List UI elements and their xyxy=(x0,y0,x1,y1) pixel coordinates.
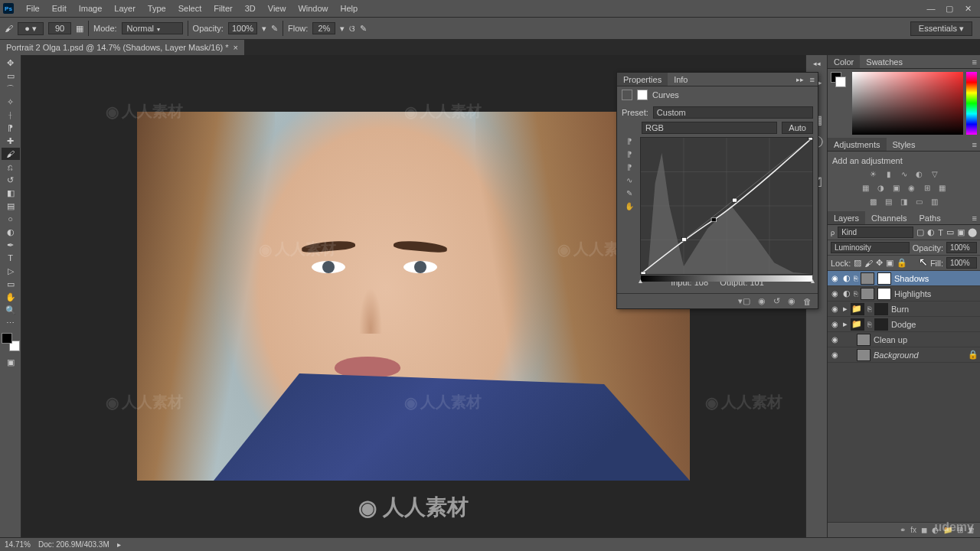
menu-type[interactable]: Type xyxy=(142,0,172,17)
layer-mask-thumb[interactable] xyxy=(877,272,891,285)
layer-mask-icon[interactable]: ◼ xyxy=(921,526,927,534)
layer-shadows[interactable]: ◉ ◐⎘ Shadows xyxy=(828,271,980,286)
layer-cleanup[interactable]: ◉ Clean up xyxy=(828,332,980,347)
menu-help[interactable]: Help xyxy=(335,0,364,17)
history-brush-tool[interactable]: ↺ xyxy=(2,174,20,186)
visibility-icon[interactable]: ◉ xyxy=(829,274,840,282)
doc-size[interactable]: Doc: 206.9M/403.3M xyxy=(38,540,109,549)
menu-file[interactable]: File xyxy=(20,0,46,17)
styles-tab[interactable]: Styles xyxy=(887,138,922,151)
layer-blend-mode[interactable]: Luminosity xyxy=(831,242,910,253)
visibility-icon[interactable]: ◉ xyxy=(829,350,840,359)
sample-white-icon[interactable]: ⁋ xyxy=(627,137,632,145)
layers-tab[interactable]: Layers xyxy=(828,211,865,224)
layer-highlights[interactable]: ◉ ◐⎘ Highlights xyxy=(828,286,980,302)
collapse-panel-icon[interactable]: ▸▸ xyxy=(793,73,807,86)
channel-mixer-icon[interactable]: ⊞ xyxy=(922,182,933,193)
path-select-tool[interactable]: ▷ xyxy=(2,265,20,277)
filter-adjust-icon[interactable]: ◐ xyxy=(927,227,935,237)
expand-group-icon[interactable]: ▸ xyxy=(843,304,848,314)
lasso-tool[interactable]: ⌒ xyxy=(2,83,20,95)
hand-tool[interactable]: ✋ xyxy=(2,291,20,303)
filter-type-icon[interactable]: T xyxy=(938,228,943,237)
visibility-icon[interactable]: ◉ xyxy=(829,289,840,298)
channel-dropdown[interactable]: RGB xyxy=(642,122,777,134)
status-flyout-icon[interactable]: ▸ xyxy=(117,540,121,549)
expand-group-icon[interactable]: ▸ xyxy=(843,319,848,329)
visibility-icon[interactable]: ◉ xyxy=(829,335,840,344)
menu-filter[interactable]: Filter xyxy=(207,0,238,17)
layer-name[interactable]: Highlights xyxy=(894,289,931,298)
stamp-tool[interactable]: ⎌ xyxy=(2,161,20,173)
menu-edit[interactable]: Edit xyxy=(46,0,73,17)
screen-mode-icon[interactable]: ▣ xyxy=(2,356,20,368)
window-maximize-icon[interactable]: ▢ xyxy=(940,4,959,14)
levels-icon[interactable]: ▮ xyxy=(884,168,894,179)
crop-tool[interactable]: ⟊ xyxy=(2,109,20,121)
threshold-icon[interactable]: ◨ xyxy=(899,196,910,207)
expand-panels-icon[interactable]: ◂◂ xyxy=(813,60,821,67)
visibility-icon[interactable]: ◉ xyxy=(829,320,840,328)
color-tab[interactable]: Color xyxy=(828,55,860,68)
menu-window[interactable]: Window xyxy=(292,0,334,17)
menu-select[interactable]: Select xyxy=(172,0,208,17)
hue-slider[interactable] xyxy=(966,72,977,135)
menu-3d[interactable]: 3D xyxy=(239,0,262,17)
move-tool[interactable]: ✥ xyxy=(2,57,20,69)
opacity-flyout-icon[interactable]: ▾ xyxy=(262,24,266,34)
healing-tool[interactable]: ✚ xyxy=(2,135,20,147)
invert-icon[interactable]: ▩ xyxy=(868,196,879,207)
reset-icon[interactable]: ↺ xyxy=(773,296,780,306)
zoom-tool[interactable]: 🔍 xyxy=(2,304,20,316)
eyedropper-tool[interactable]: ⁋ xyxy=(2,122,20,134)
visibility-icon[interactable]: ◉ xyxy=(829,305,840,313)
gradient-map-icon[interactable]: ▭ xyxy=(914,196,925,207)
gradient-tool[interactable]: ▤ xyxy=(2,200,20,212)
window-close-icon[interactable]: ✕ xyxy=(959,4,977,14)
document-tab[interactable]: Portrait 2 Olga 1.psd @ 14.7% (Shadows, … xyxy=(0,40,245,55)
filter-switch[interactable]: ⬤ xyxy=(968,227,977,237)
clip-to-layer-icon[interactable]: ▾▢ xyxy=(738,296,750,306)
toggle-visibility-icon[interactable]: ◉ xyxy=(758,296,766,306)
airbrush-icon[interactable]: ଓ xyxy=(349,24,355,34)
filter-smart-icon[interactable]: ▣ xyxy=(957,227,965,237)
draw-curve-icon[interactable]: ✎ xyxy=(626,189,632,197)
color-balance-icon[interactable]: ◑ xyxy=(876,182,887,193)
photo-filter-icon[interactable]: ◉ xyxy=(906,182,917,193)
pressure-opacity-icon[interactable]: ✎ xyxy=(271,24,278,34)
swatches-tab[interactable]: Swatches xyxy=(860,55,909,68)
layer-dodge[interactable]: ◉ ▸ 📁⎘ Dodge xyxy=(828,317,980,332)
quick-select-tool[interactable]: ✧ xyxy=(2,96,20,108)
edit-points-icon[interactable]: ∿ xyxy=(626,176,632,184)
flow-field[interactable]: 2% xyxy=(312,22,335,34)
hand-icon[interactable]: ✋ xyxy=(625,202,634,210)
lock-pixels-icon[interactable]: 🖌 xyxy=(864,259,873,268)
layers-menu-icon[interactable]: ≡ xyxy=(969,211,980,224)
lock-artboard-icon[interactable]: ▣ xyxy=(886,258,893,268)
layer-name[interactable]: Burn xyxy=(891,305,909,314)
brush-preset[interactable]: ● ▾ xyxy=(18,22,44,35)
menu-view[interactable]: View xyxy=(262,0,292,17)
lock-all-icon[interactable]: 🔒 xyxy=(897,258,907,268)
workspace-dropdown[interactable]: Essentials ▾ xyxy=(910,21,972,36)
properties-tab[interactable]: Properties xyxy=(617,73,668,86)
layer-background[interactable]: ◉ Background 🔒 xyxy=(828,347,980,363)
menu-layer[interactable]: Layer xyxy=(108,0,142,17)
bw-icon[interactable]: ▣ xyxy=(891,182,902,193)
filter-shape-icon[interactable]: ▭ xyxy=(946,227,954,237)
brush-tool[interactable]: 🖌 xyxy=(2,148,20,160)
exposure-icon[interactable]: ◐ xyxy=(914,168,925,179)
layer-burn[interactable]: ◉ ▸ 📁⎘ Burn xyxy=(828,302,980,317)
flow-flyout-icon[interactable]: ▾ xyxy=(340,24,345,34)
brush-size-field[interactable]: 90 xyxy=(48,22,71,34)
layer-name[interactable]: Shadows xyxy=(894,274,929,283)
layer-name[interactable]: Clean up xyxy=(874,335,907,344)
adjustments-menu-icon[interactable]: ≡ xyxy=(969,138,980,151)
type-tool[interactable]: T xyxy=(2,252,20,264)
panel-menu-icon[interactable]: ≡ xyxy=(807,73,818,86)
layer-thumb[interactable] xyxy=(861,272,874,285)
vibrance-icon[interactable]: ▽ xyxy=(929,168,940,179)
view-previous-icon[interactable]: ◉ xyxy=(788,296,795,306)
pressure-size-icon[interactable]: ✎ xyxy=(360,24,367,34)
paths-tab[interactable]: Paths xyxy=(913,211,947,224)
